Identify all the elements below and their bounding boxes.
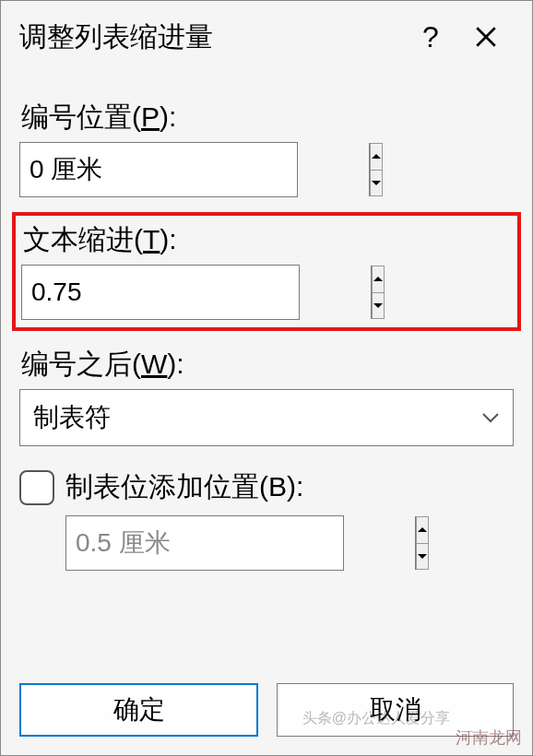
spin-up-button[interactable] bbox=[416, 516, 429, 543]
chevron-up-icon bbox=[373, 276, 384, 283]
close-button[interactable] bbox=[458, 25, 514, 49]
tab-position-spinner[interactable] bbox=[65, 515, 344, 571]
number-position-group: 编号位置(P): bbox=[19, 95, 514, 201]
tab-position-checkbox[interactable] bbox=[19, 470, 54, 505]
after-number-group: 编号之后(W): 制表符 bbox=[19, 342, 514, 450]
tab-position-label: 制表位添加位置(B): bbox=[65, 468, 303, 506]
spin-up-button[interactable] bbox=[372, 266, 385, 292]
number-position-label: 编号位置(P): bbox=[19, 99, 514, 136]
spin-down-button[interactable] bbox=[370, 170, 383, 197]
chevron-up-icon bbox=[417, 526, 428, 534]
after-number-label: 编号之后(W): bbox=[19, 346, 514, 384]
after-number-value: 制表符 bbox=[20, 400, 468, 435]
dialog-content: 编号位置(P): 文本缩进(T): bbox=[1, 73, 532, 674]
tab-position-checkbox-row: 制表位添加位置(B): bbox=[19, 461, 514, 510]
chevron-down-icon bbox=[371, 179, 382, 186]
dialog-title: 调整列表缩进量 bbox=[19, 18, 403, 56]
spin-down-button[interactable] bbox=[372, 292, 385, 320]
titlebar: 调整列表缩进量 ? bbox=[1, 1, 532, 73]
spinner-buttons bbox=[369, 143, 383, 196]
text-indent-input[interactable] bbox=[22, 266, 371, 319]
text-indent-spinner[interactable] bbox=[21, 265, 300, 320]
spinner-buttons bbox=[415, 516, 429, 570]
text-indent-group: 文本缩进(T): bbox=[12, 212, 521, 331]
tab-position-input[interactable] bbox=[66, 516, 415, 570]
spin-down-button[interactable] bbox=[416, 543, 429, 571]
spin-up-button[interactable] bbox=[370, 143, 383, 170]
text-indent-label: 文本缩进(T): bbox=[21, 221, 512, 259]
help-button[interactable]: ? bbox=[403, 20, 458, 54]
after-number-dropdown[interactable]: 制表符 bbox=[19, 389, 514, 446]
chevron-up-icon bbox=[371, 153, 382, 160]
chevron-down-icon bbox=[481, 412, 500, 423]
adjust-list-indent-dialog: 调整列表缩进量 ? 编号位置(P): 文本缩进(T): bbox=[0, 0, 533, 756]
cancel-button[interactable]: 取消 bbox=[277, 683, 514, 737]
number-position-input[interactable] bbox=[20, 143, 369, 196]
spinner-buttons bbox=[371, 266, 385, 319]
dialog-buttons: 确定 取消 bbox=[1, 674, 532, 755]
close-icon bbox=[474, 25, 498, 49]
ok-button[interactable]: 确定 bbox=[19, 683, 258, 737]
chevron-down-icon bbox=[417, 552, 428, 560]
dropdown-arrow bbox=[468, 412, 513, 423]
tab-position-group: 制表位添加位置(B): bbox=[19, 457, 514, 574]
chevron-down-icon bbox=[373, 301, 384, 309]
number-position-spinner[interactable] bbox=[19, 142, 298, 197]
